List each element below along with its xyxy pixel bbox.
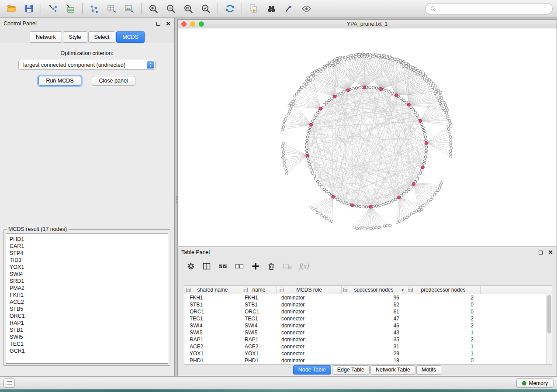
table-cell[interactable]: 35 xyxy=(342,337,406,343)
function-builder-button[interactable]: f(x) xyxy=(299,262,309,270)
unselect-all-button[interactable] xyxy=(235,262,244,271)
column-header-predecessor-nodes[interactable]: predecessor nodes xyxy=(406,286,481,294)
table-cell[interactable]: 1 xyxy=(406,330,481,336)
mcds-result-item[interactable]: CAR1 xyxy=(10,243,168,250)
table-cell[interactable]: ORC1 xyxy=(241,309,277,315)
table-cell[interactable]: dominator xyxy=(277,302,342,308)
delete-column-button[interactable] xyxy=(267,262,276,271)
zoom-in-button[interactable] xyxy=(145,2,162,16)
table-cell[interactable]: 2 xyxy=(406,295,481,301)
table-cell[interactable]: SWI4 xyxy=(241,323,277,329)
add-column-button[interactable] xyxy=(251,262,260,271)
maximize-window-icon[interactable] xyxy=(199,21,204,27)
table-cell[interactable]: STB1 xyxy=(241,302,277,308)
table-cell[interactable]: connector xyxy=(277,316,342,322)
column-header-mcds-role[interactable]: MCDS role xyxy=(277,286,342,294)
table-cell[interactable]: 2 xyxy=(406,316,481,322)
table-row[interactable]: SWI4SWI4dominator462 xyxy=(184,322,546,329)
column-header-name[interactable]: name xyxy=(241,286,277,294)
export-network-button[interactable] xyxy=(86,2,103,16)
table-row[interactable]: TEC1TEC1connector472 xyxy=(184,315,546,322)
table-cell[interactable]: connector xyxy=(277,344,342,350)
mcds-result-item[interactable]: GCR1 xyxy=(10,347,168,354)
table-cell[interactable]: PHD1 xyxy=(184,358,241,364)
zoom-selected-button[interactable] xyxy=(197,2,214,16)
tab-motifs[interactable]: Motifs xyxy=(416,365,441,375)
mcds-result-item[interactable]: TID3 xyxy=(10,257,168,264)
table-row[interactable]: RAP1RAP1dominator352 xyxy=(184,336,546,343)
tab-select[interactable]: Select xyxy=(88,31,116,43)
table-cell[interactable]: 0 xyxy=(406,309,481,315)
table-cell[interactable]: SWI4 xyxy=(184,323,241,329)
table-cell[interactable]: RAP1 xyxy=(241,337,277,343)
close-panel-icon[interactable]: ✕ xyxy=(166,21,171,26)
column-header-shared-name[interactable]: shared name xyxy=(184,286,241,294)
tab-mcds[interactable]: MCDS xyxy=(116,31,145,43)
table-cell[interactable]: SWI5 xyxy=(241,330,277,336)
mcds-result-item[interactable]: SWI5 xyxy=(10,334,168,340)
memory-button[interactable]: Memory xyxy=(516,378,554,388)
table-cell[interactable]: 1 xyxy=(406,351,481,357)
table-cell[interactable]: 43 xyxy=(342,330,406,336)
table-cell[interactable]: dominator xyxy=(277,358,342,364)
copy-share-button[interactable] xyxy=(245,2,263,16)
float-panel-icon[interactable] xyxy=(539,251,543,254)
tab-network-table[interactable]: Network Table xyxy=(370,365,415,375)
table-cell[interactable]: 31 xyxy=(342,344,406,350)
tab-node-table[interactable]: Node Table xyxy=(293,365,331,375)
close-window-icon[interactable] xyxy=(181,21,187,27)
table-row[interactable]: SWI5SWI5connector431 xyxy=(184,329,546,336)
table-cell[interactable]: 0 xyxy=(406,358,481,364)
search-neighbors-button[interactable] xyxy=(263,2,280,16)
column-header-successor-nodes[interactable]: successor nodes ▾ xyxy=(342,286,406,294)
float-panel-icon[interactable] xyxy=(156,22,160,26)
table-cell[interactable]: dominator xyxy=(277,337,342,343)
zoom-out-button[interactable] xyxy=(162,2,180,16)
table-cell[interactable]: 29 xyxy=(342,351,406,357)
mcds-result-list[interactable]: PHD1CAR1STP4TID3YOX1SWI4SRD1PMA2FKH1ACE2… xyxy=(6,233,168,364)
tab-network[interactable]: Network xyxy=(30,31,62,43)
style-brush-button[interactable] xyxy=(280,2,298,16)
table-row[interactable]: ACE2ACE2connector311 xyxy=(184,343,546,350)
table-cell[interactable]: STB1 xyxy=(184,302,241,308)
open-session-button[interactable] xyxy=(3,2,20,16)
table-cell[interactable]: TEC1 xyxy=(241,316,277,322)
table-cell[interactable]: FKH1 xyxy=(241,295,277,301)
mcds-result-item[interactable]: STP4 xyxy=(10,250,168,257)
search-input[interactable] xyxy=(439,6,548,12)
table-cell[interactable]: 96 xyxy=(342,295,406,301)
select-all-button[interactable] xyxy=(218,262,228,271)
table-cell[interactable]: PHD1 xyxy=(241,358,277,364)
table-cell[interactable]: 61 xyxy=(342,309,406,315)
table-cell[interactable]: YOX1 xyxy=(184,351,241,357)
table-cell[interactable]: 2 xyxy=(406,323,481,329)
show-hide-button[interactable] xyxy=(298,2,315,16)
mcds-result-item[interactable]: YOX1 xyxy=(10,264,168,271)
table-cell[interactable]: 62 xyxy=(342,302,406,308)
table-cell[interactable]: SWI5 xyxy=(184,330,241,336)
table-scrollbar[interactable] xyxy=(546,294,552,364)
network-canvas[interactable] xyxy=(178,28,557,246)
mcds-result-item[interactable]: ORC1 xyxy=(10,313,168,320)
mcds-result-item[interactable]: PMA2 xyxy=(10,285,168,292)
optimization-criterion-select[interactable]: largest connected component (undirected)… xyxy=(18,60,156,70)
table-cell[interactable]: connector xyxy=(277,351,342,357)
zoom-fit-button[interactable] xyxy=(180,2,197,16)
table-row[interactable]: YOX1YOX1connector291 xyxy=(184,350,546,357)
hide-table-button[interactable] xyxy=(283,262,292,271)
table-cell[interactable]: 18 xyxy=(342,358,406,364)
tab-edge-table[interactable]: Edge Table xyxy=(332,365,370,375)
table-cell[interactable]: 46 xyxy=(342,323,406,329)
table-cell[interactable]: FKH1 xyxy=(184,295,241,301)
mcds-result-item[interactable]: ACE2 xyxy=(10,299,168,306)
run-mcds-button[interactable]: Run MCDS xyxy=(38,76,81,86)
import-table-file-button[interactable] xyxy=(62,2,79,16)
table-cell[interactable]: connector xyxy=(277,330,342,336)
table-settings-button[interactable] xyxy=(187,262,195,271)
minimize-window-icon[interactable] xyxy=(190,21,195,27)
show-columns-button[interactable] xyxy=(202,262,211,271)
table-cell[interactable]: 0 xyxy=(406,302,481,308)
table-row[interactable]: ORC1ORC1dominator610 xyxy=(184,308,546,315)
close-panel-button[interactable]: Close panel xyxy=(92,76,135,86)
close-panel-icon[interactable]: ✕ xyxy=(548,250,553,254)
